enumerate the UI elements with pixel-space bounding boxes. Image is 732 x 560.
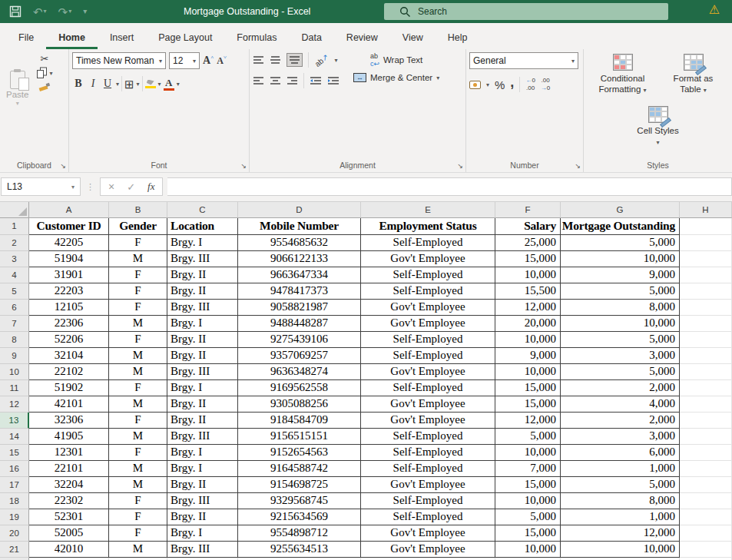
row-header-9[interactable]: 9 bbox=[0, 348, 29, 364]
cell-C14[interactable]: Brgy. III bbox=[167, 429, 238, 445]
cell-F10[interactable]: 10,000 bbox=[495, 364, 561, 380]
cancel-icon[interactable]: × bbox=[108, 181, 114, 193]
align-center-icon[interactable] bbox=[270, 76, 281, 85]
cell-E20[interactable]: Gov't Employee bbox=[361, 525, 495, 542]
wrap-text-button[interactable]: abc↩ Wrap Text bbox=[353, 52, 439, 68]
enter-icon[interactable]: ✓ bbox=[127, 181, 135, 193]
cell-E8[interactable]: Self-Employed bbox=[361, 332, 495, 348]
comma-icon[interactable]: , bbox=[510, 79, 514, 86]
ribbon-tab-help[interactable]: Help bbox=[436, 26, 480, 49]
fill-color-icon[interactable] bbox=[145, 80, 156, 88]
cell-F3[interactable]: 15,000 bbox=[495, 251, 561, 267]
cell-G15[interactable]: 6,000 bbox=[561, 445, 680, 461]
cell-B1[interactable]: Gender bbox=[109, 218, 167, 235]
cell-F14[interactable]: 5,000 bbox=[495, 429, 561, 445]
cut-icon[interactable]: ✂ bbox=[36, 54, 52, 64]
cell-H13[interactable] bbox=[680, 413, 732, 429]
column-header-G[interactable]: G bbox=[561, 202, 680, 218]
cell-E14[interactable]: Self-Employed bbox=[361, 429, 495, 445]
cell-G8[interactable]: 5,000 bbox=[561, 332, 680, 348]
cell-B19[interactable]: F bbox=[109, 509, 167, 525]
cell-F15[interactable]: 10,000 bbox=[495, 445, 561, 461]
cell-E16[interactable]: Self-Employed bbox=[361, 461, 495, 477]
search-box[interactable]: Search bbox=[384, 3, 668, 20]
borders-dropdown[interactable]: ▾ bbox=[137, 81, 140, 88]
cell-D3[interactable]: 9066122133 bbox=[238, 251, 361, 267]
cell-E5[interactable]: Self-Employed bbox=[361, 283, 495, 300]
cell-C5[interactable]: Brgy. II bbox=[167, 283, 238, 300]
cell-F22[interactable] bbox=[495, 558, 561, 560]
cell-F7[interactable]: 20,000 bbox=[495, 316, 561, 332]
align-left-icon[interactable] bbox=[253, 76, 264, 85]
cell-G19[interactable]: 1,000 bbox=[561, 509, 680, 525]
cell-D20[interactable]: 9554898712 bbox=[238, 525, 361, 542]
formula-input[interactable] bbox=[167, 177, 732, 196]
cell-C16[interactable]: Brgy. I bbox=[167, 461, 238, 477]
cell-H9[interactable] bbox=[680, 348, 732, 364]
name-box[interactable]: L13 ▾ bbox=[1, 177, 81, 196]
font-dialog-launcher[interactable]: ↘ bbox=[240, 162, 247, 170]
cell-H18[interactable] bbox=[680, 493, 732, 509]
cell-D22[interactable] bbox=[238, 558, 361, 560]
cell-C11[interactable]: Brgy. I bbox=[167, 380, 238, 396]
cell-C12[interactable]: Brgy. II bbox=[167, 396, 238, 413]
format-painter-icon[interactable] bbox=[36, 82, 52, 92]
cell-C22[interactable] bbox=[167, 558, 238, 560]
cell-H10[interactable] bbox=[680, 364, 732, 380]
decrease-indent-icon[interactable] bbox=[310, 76, 322, 85]
cell-B14[interactable]: M bbox=[109, 429, 167, 445]
column-header-A[interactable]: A bbox=[29, 202, 109, 218]
select-all-corner[interactable] bbox=[0, 202, 29, 218]
ribbon-tab-file[interactable]: File bbox=[6, 26, 46, 49]
cell-E4[interactable]: Self-Employed bbox=[361, 267, 495, 283]
cell-D13[interactable]: 9184584709 bbox=[238, 413, 361, 429]
cell-B13[interactable]: F bbox=[109, 413, 167, 429]
increase-font-icon[interactable]: A^ bbox=[203, 55, 214, 67]
cell-A2[interactable]: 42205 bbox=[29, 235, 109, 251]
font-size-dropdown[interactable]: 12 ▾ bbox=[169, 52, 200, 69]
cell-E7[interactable]: Gov't Employee bbox=[361, 316, 495, 332]
cell-C2[interactable]: Brgy. I bbox=[167, 235, 238, 251]
row-header-13[interactable]: 13 bbox=[0, 413, 29, 429]
cell-C18[interactable]: Brgy. III bbox=[167, 493, 238, 509]
cell-E18[interactable]: Self-Employed bbox=[361, 493, 495, 509]
cell-E13[interactable]: Gov't Employee bbox=[361, 413, 495, 429]
cell-G7[interactable]: 10,000 bbox=[561, 316, 680, 332]
cell-D10[interactable]: 9636348274 bbox=[238, 364, 361, 380]
cell-H4[interactable] bbox=[680, 267, 732, 283]
cell-F21[interactable]: 10,000 bbox=[495, 542, 561, 558]
cell-C8[interactable]: Brgy. II bbox=[167, 332, 238, 348]
row-header-5[interactable]: 5 bbox=[0, 283, 29, 300]
percent-icon[interactable]: % bbox=[495, 78, 505, 91]
fill-color-dropdown[interactable]: ▾ bbox=[158, 81, 161, 88]
cell-A4[interactable]: 31901 bbox=[29, 267, 109, 283]
borders-icon[interactable]: ⊞ bbox=[124, 78, 134, 90]
cell-D4[interactable]: 9663647334 bbox=[238, 267, 361, 283]
cell-F4[interactable]: 10,000 bbox=[495, 267, 561, 283]
cell-F13[interactable]: 12,000 bbox=[495, 413, 561, 429]
cell-D7[interactable]: 9488448287 bbox=[238, 316, 361, 332]
cell-E10[interactable]: Gov't Employee bbox=[361, 364, 495, 380]
cell-B18[interactable]: F bbox=[109, 493, 167, 509]
cell-D8[interactable]: 9275439106 bbox=[238, 332, 361, 348]
cell-H12[interactable] bbox=[680, 396, 732, 413]
cell-A8[interactable]: 52206 bbox=[29, 332, 109, 348]
cell-B9[interactable]: M bbox=[109, 348, 167, 364]
cell-A9[interactable]: 32104 bbox=[29, 348, 109, 364]
cell-H2[interactable] bbox=[680, 235, 732, 251]
cell-A19[interactable]: 52301 bbox=[29, 509, 109, 525]
bold-button[interactable]: B bbox=[72, 78, 84, 90]
cell-D2[interactable]: 9554685632 bbox=[238, 235, 361, 251]
cell-F6[interactable]: 12,000 bbox=[495, 300, 561, 316]
cell-B6[interactable]: F bbox=[109, 300, 167, 316]
cell-G5[interactable]: 5,000 bbox=[561, 283, 680, 300]
row-header-15[interactable]: 15 bbox=[0, 445, 29, 461]
redo-icon[interactable]: ↷▾ bbox=[58, 6, 72, 18]
cell-H19[interactable] bbox=[680, 509, 732, 525]
cell-B20[interactable]: F bbox=[109, 525, 167, 542]
cell-A11[interactable]: 51902 bbox=[29, 380, 109, 396]
cell-A10[interactable]: 22102 bbox=[29, 364, 109, 380]
cell-C15[interactable]: Brgy. I bbox=[167, 445, 238, 461]
cell-E12[interactable]: Gov't Employee bbox=[361, 396, 495, 413]
format-as-table-button[interactable]: Format as Table ▾ bbox=[664, 54, 724, 95]
